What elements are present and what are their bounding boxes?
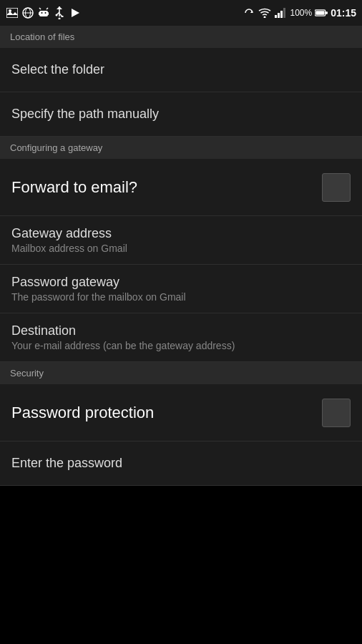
status-bar: 100% 01:15 (0, 0, 362, 26)
play-icon (69, 6, 82, 19)
svg-line-8 (39, 8, 41, 9)
password-protection-text: Password protection (11, 404, 154, 422)
signal-icon (274, 6, 287, 19)
status-time: 01:15 (331, 7, 356, 19)
destination-title: Destination (11, 323, 235, 338)
svg-line-9 (47, 8, 48, 9)
svg-rect-25 (315, 11, 324, 15)
forward-email-item[interactable]: Forward to email? (0, 159, 362, 216)
password-protection-label: Password protection (11, 404, 154, 422)
svg-rect-16 (62, 16, 64, 17)
password-protection-checkbox[interactable] (322, 399, 351, 427)
destination-text: Destination Your e-mail address (can be … (11, 323, 235, 351)
svg-rect-10 (39, 12, 40, 15)
svg-rect-22 (280, 11, 283, 18)
specify-path-label: Specify the path manually (11, 107, 159, 121)
section-header-gateway: Configuring a gateway (0, 137, 362, 159)
section-header-security: Security (0, 362, 362, 384)
svg-rect-0 (6, 8, 18, 18)
specify-path-item[interactable]: Specify the path manually (0, 92, 362, 137)
svg-point-6 (41, 12, 43, 14)
svg-rect-23 (283, 8, 285, 18)
password-gateway-text: Password gateway The password for the ma… (11, 275, 186, 303)
battery-percent: 100% (290, 8, 312, 18)
section-header-location: Location of files (0, 26, 362, 48)
battery-icon (315, 6, 328, 19)
svg-point-7 (45, 12, 47, 14)
password-gateway-subtitle: The password for the mailbox on Gmail (11, 291, 186, 303)
svg-point-15 (56, 14, 58, 16)
svg-rect-20 (275, 15, 277, 18)
wifi-icon (258, 6, 271, 19)
select-folder-item[interactable]: Select the folder (0, 48, 362, 92)
svg-rect-26 (326, 11, 328, 14)
status-bar-left (6, 6, 82, 19)
gateway-address-title: Gateway address (11, 226, 127, 241)
svg-point-17 (59, 18, 61, 20)
enter-password-item[interactable]: Enter the password (0, 441, 362, 486)
destination-subtitle: Your e-mail address (can be the gateway … (11, 340, 235, 351)
forward-email-text: Forward to email? (11, 178, 137, 197)
status-bar-right: 100% 01:15 (243, 6, 356, 19)
enter-password-label: Enter the password (11, 456, 122, 470)
password-gateway-item[interactable]: Password gateway The password for the ma… (0, 265, 362, 313)
svg-rect-5 (39, 11, 48, 16)
password-gateway-title: Password gateway (11, 275, 186, 290)
select-folder-label: Select the folder (11, 62, 104, 77)
gateway-address-text: Gateway address Mailbox address on Gmail (11, 226, 127, 254)
forward-email-checkbox[interactable] (322, 173, 351, 202)
svg-rect-11 (48, 12, 49, 15)
android-icon (37, 6, 50, 19)
globe-icon (21, 6, 34, 19)
svg-rect-21 (278, 13, 280, 18)
svg-marker-18 (72, 9, 79, 17)
destination-item[interactable]: Destination Your e-mail address (can be … (0, 313, 362, 362)
password-protection-item[interactable]: Password protection (0, 384, 362, 441)
usb-icon (53, 6, 66, 19)
gateway-address-item[interactable]: Gateway address Mailbox address on Gmail (0, 216, 362, 265)
rotate-icon (243, 6, 255, 19)
forward-email-label: Forward to email? (11, 178, 137, 197)
image-icon (6, 6, 19, 19)
svg-point-19 (264, 16, 266, 19)
gateway-address-subtitle: Mailbox address on Gmail (11, 243, 127, 254)
